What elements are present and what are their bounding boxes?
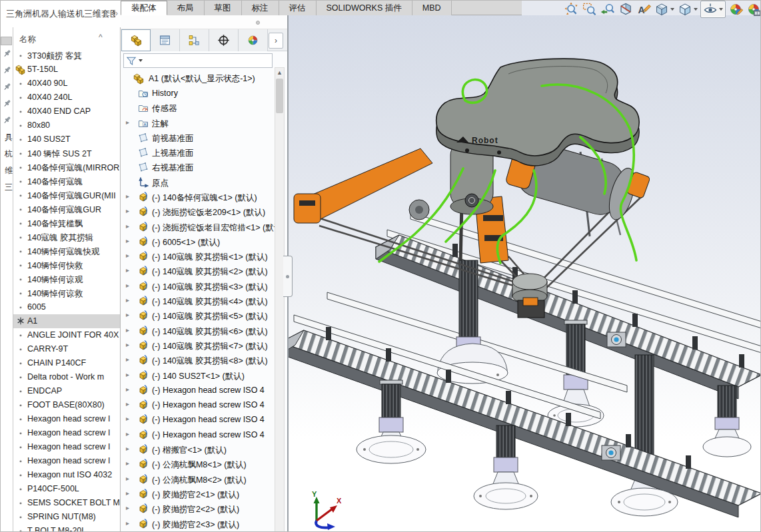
tree-item[interactable]: ▸ 注解	[121, 116, 275, 131]
parts-list-item[interactable]: 6005	[13, 300, 121, 314]
column-header-name[interactable]: 名称	[19, 34, 36, 45]
tree-component-item[interactable]: ▸ (-) Hexagon head screw ISO 4	[121, 427, 275, 442]
parts-list-item[interactable]: Hexagon head screw I	[13, 412, 121, 426]
drag-handle-dot[interactable]	[256, 21, 260, 25]
expand-arrow-icon[interactable]: ▸	[126, 489, 129, 497]
parts-list-item[interactable]: SPRING NUT(M8)	[13, 510, 121, 524]
title-chevron-icon[interactable]: ›	[115, 9, 118, 18]
parts-list-item[interactable]: 140辆悼何谅观	[13, 272, 121, 286]
expand-arrow-icon[interactable]: ▸	[126, 386, 129, 393]
parts-list-item[interactable]: 140 SUS2T	[13, 133, 121, 146]
collapse-chevron-icon[interactable]: ^	[99, 33, 103, 42]
tree-component-item[interactable]: ▸ (-) Hexagon head screw ISO 4	[121, 412, 275, 427]
parts-list-item[interactable]: 140备悼何寇魄(MIRROR	[13, 160, 121, 174]
parts-list-item[interactable]: Hexagon head screw I	[13, 426, 121, 440]
tree-component-item[interactable]: ▸ (-) 140寇魄 胶其捞辑<6> (默认)	[121, 324, 275, 338]
tree-component-item[interactable]: ▸ (-) 140寇魄 胶其捞辑<2> (默认)	[121, 264, 275, 278]
zoom-to-fit-button[interactable]	[564, 1, 580, 17]
expand-arrow-icon[interactable]: ▸	[126, 296, 129, 304]
tab-dimxpertmanager[interactable]	[209, 29, 239, 51]
tree-item[interactable]: ▸ 右视基准面	[121, 160, 275, 174]
pinned-item-clipped[interactable]	[1, 96, 13, 113]
expand-arrow-icon[interactable]: ▸	[126, 266, 129, 274]
tab-propertymanager[interactable]	[151, 29, 180, 51]
commandmanager-tab[interactable]: MBD	[412, 1, 452, 15]
tree-component-item[interactable]: ▸ (-) 140寇魄 胶其捞辑<8> (默认)	[121, 353, 275, 368]
commandmanager-tab[interactable]: 布局	[167, 1, 205, 15]
parts-list-item[interactable]: Hexagon head screw I	[13, 440, 121, 454]
tree-item[interactable]: ▸ History	[121, 86, 275, 101]
commandmanager-tab[interactable]: 草图	[205, 1, 242, 15]
parts-list-item[interactable]: CARRY-9T	[13, 342, 121, 356]
tree-item[interactable]: ▸ 上视基准面	[121, 145, 275, 160]
pinned-item-clipped[interactable]	[1, 46, 13, 63]
expand-arrow-icon[interactable]: ▸	[126, 237, 129, 244]
pinned-item-clipped[interactable]: 三	[1, 179, 13, 196]
pinned-item-clipped[interactable]: 杭	[1, 146, 13, 162]
view-orientation-button[interactable]	[654, 1, 675, 17]
parts-list-item[interactable]: 40X40 90L	[13, 77, 121, 91]
expand-arrow-icon[interactable]: ▸	[126, 207, 129, 214]
panel-splitter-handle[interactable]	[283, 256, 293, 297]
dropdown-caret-icon[interactable]	[719, 8, 723, 11]
pinned-item-clipped[interactable]	[1, 63, 13, 79]
pinned-item-clipped[interactable]	[1, 113, 13, 129]
tree-component-item[interactable]: ▸ (-) 浇扼捞锭饭老209<1> (默认)	[121, 204, 275, 219]
parts-list-item[interactable]: 140辆悼何寇魄快观	[13, 244, 121, 258]
parts-list-item[interactable]: 140辆悼何快救	[13, 258, 121, 272]
parts-list-item[interactable]: 140备悼箕槛飘	[13, 216, 121, 230]
tree-component-item[interactable]: ▸ (-) 140寇魄 胶其捞辑<7> (默认)	[121, 338, 275, 353]
expand-arrow-icon[interactable]: ▸	[126, 371, 129, 378]
tab-displaymanager[interactable]	[239, 29, 268, 51]
expand-arrow-icon[interactable]: ▸	[126, 119, 129, 126]
expand-arrow-icon[interactable]: ▸	[126, 400, 129, 407]
expand-arrow-icon[interactable]: ▸	[126, 356, 129, 363]
parts-list-item[interactable]: FOOT BASE(80X80)	[13, 398, 121, 412]
expand-arrow-icon[interactable]: ▸	[126, 222, 129, 230]
tree-component-item[interactable]: ▸ (-) 6005<1> (默认)	[121, 234, 275, 249]
pinned-item-clipped[interactable]	[1, 79, 13, 96]
parts-list-item[interactable]: 5T-150L	[13, 63, 121, 77]
tree-component-item[interactable]: ▸ (-) 140 SUS2T<1> (默认)	[121, 368, 275, 383]
previous-view-button[interactable]	[600, 1, 616, 17]
pinned-item-clipped[interactable]: 维	[1, 162, 13, 179]
parts-list-item[interactable]: 3T30颇捞 客箕	[13, 49, 121, 63]
expand-arrow-icon[interactable]: ▸	[126, 475, 129, 482]
expand-arrow-icon[interactable]: ▸	[126, 445, 129, 452]
graphics-viewport[interactable]: Robot	[289, 15, 761, 532]
commandmanager-tab[interactable]: 标注	[242, 1, 279, 15]
parts-list-item[interactable]: Hexagon nut ISO 4032	[13, 468, 121, 482]
parts-list-item[interactable]: P140CF-500L	[13, 482, 121, 496]
parts-list-item[interactable]: CHAIN P140CF	[13, 356, 121, 370]
parts-list-item[interactable]: SEMS SOCKET BOLT M	[13, 496, 121, 510]
parts-list-item[interactable]: 140寇魄 胶其捞辑	[13, 230, 121, 244]
parts-list-item[interactable]: 140备悼何寇魄	[13, 174, 121, 188]
dropdown-caret-icon[interactable]	[694, 8, 698, 11]
tree-component-item[interactable]: ▸ (-) Hexagon head screw ISO 4	[121, 383, 275, 398]
parts-list-item[interactable]: 40X40 240L	[13, 91, 121, 105]
tree-component-item[interactable]: ▸ (-) 公滴杭飘M8<1> (默认)	[121, 457, 275, 471]
tree-component-item[interactable]: ▸ (-) 胶抛捞官2<1> (默认)	[121, 487, 275, 501]
expand-arrow-icon[interactable]: ▸	[126, 459, 129, 467]
tree-item[interactable]: ▸ 传感器	[121, 101, 275, 115]
tab-configurationmanager[interactable]	[180, 29, 209, 51]
commandmanager-tab[interactable]: 评估	[279, 1, 317, 15]
expand-arrow-icon[interactable]: ▸	[126, 252, 129, 259]
parts-list-item[interactable]: 140 辆悼 SUS 2T	[13, 146, 121, 160]
scroll-up-arrow[interactable]: ▲	[275, 68, 284, 77]
tree-root-assembly[interactable]: A1 (默认<默认_显示状态-1>)	[121, 71, 275, 86]
apply-scene-button[interactable]	[746, 1, 761, 17]
expand-arrow-icon[interactable]: ▸	[126, 430, 129, 437]
tree-scrollbar[interactable]: ▲	[275, 67, 285, 532]
tree-component-item[interactable]: ▸ (-) 140寇魄 胶其捞辑<5> (默认)	[121, 308, 275, 323]
tree-component-item[interactable]: ▸ (-) 胶抛捞官2<3> (默认)	[121, 517, 275, 531]
parts-list-item[interactable]: Hexagon head screw I	[13, 454, 121, 468]
parts-list-item[interactable]: ANGLE JOINT FOR 40X	[13, 328, 121, 342]
tree-component-item[interactable]: ▸ (-) 胶抛捞官2<2> (默认)	[121, 501, 275, 516]
tree-component-item[interactable]: ▸ (-) 140寇魄 胶其捞辑<3> (默认)	[121, 279, 275, 294]
filter-caret-icon[interactable]	[139, 59, 143, 62]
dropdown-caret-icon[interactable]	[670, 8, 674, 11]
commandmanager-tab[interactable]: SOLIDWORKS 插件	[317, 1, 412, 15]
parts-list-item[interactable]: ENDCAP	[13, 384, 121, 398]
parts-list-item[interactable]: 40X40 END CAP	[13, 105, 121, 119]
